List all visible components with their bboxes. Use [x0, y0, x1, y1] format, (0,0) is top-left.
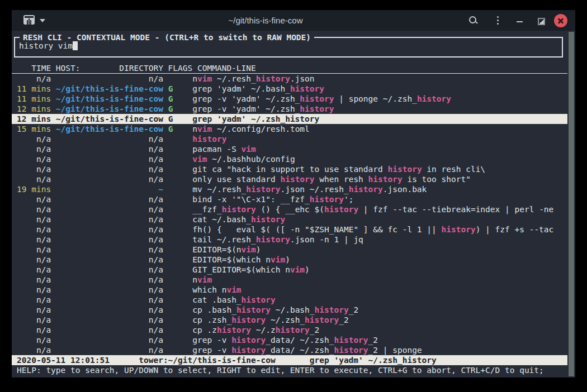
history-row[interactable]: n/a n/a tail ~/.resh_history.json -n 1 |…: [12, 235, 567, 245]
history-row[interactable]: n/a n/a which nvim: [12, 285, 567, 295]
history-row[interactable]: n/a n/a cp .zsh_history ~/.zsh_history_2: [12, 315, 567, 325]
history-row[interactable]: n/a n/a vim ~/.bashhub/config: [12, 154, 567, 164]
history-row[interactable]: n/a n/a grep -v history_data/ ~/.zsh_his…: [12, 335, 567, 345]
minimize-icon[interactable]: [514, 15, 526, 27]
close-icon[interactable]: [554, 14, 567, 27]
history-row[interactable]: n/a n/a EDITOR=$(which nvim): [12, 255, 567, 265]
table-header: TIME HOST: DIRECTORY FLAGS COMMAND-LINE: [12, 63, 567, 74]
history-row[interactable]: 11 mins ~/git/this-is-fine-cow G grep -v…: [12, 94, 567, 104]
history-row[interactable]: 19 mins ~ mv ~/.resh_history.json ~/.res…: [12, 184, 567, 194]
restore-icon[interactable]: [535, 15, 547, 27]
history-row[interactable]: 15 mins ~/git/this-is-fine-cow G nvim ~/…: [12, 124, 567, 134]
history-row[interactable]: n/a n/a pacman -S vim: [12, 144, 567, 154]
history-row[interactable]: n/a n/a cat ~/.bash_history: [12, 214, 567, 224]
terminal-window: ~/git/this-is-fine-cow RESH CLI - CONTEX…: [12, 10, 575, 377]
history-row[interactable]: n/a n/a GIT_EDITOR=$(which nvim): [12, 265, 567, 275]
titlebar: ~/git/this-is-fine-cow: [12, 10, 575, 31]
search-input[interactable]: history vim: [19, 41, 78, 51]
text-cursor: [73, 41, 78, 50]
history-row-selected[interactable]: 12 mins ~/git/this-is-fine-cow G grep 'y…: [12, 114, 567, 124]
scrollbar[interactable]: [569, 32, 574, 376]
history-row[interactable]: 11 mins ~/git/this-is-fine-cow G grep 'y…: [12, 84, 567, 94]
help-bar: HELP: type to search, UP/DOWN to select,…: [12, 365, 567, 375]
menu-kebab-icon[interactable]: [491, 15, 504, 27]
window-title: ~/git/this-is-fine-cow: [79, 10, 452, 31]
history-row[interactable]: n/a n/a nvim: [12, 275, 567, 285]
history-row[interactable]: n/a n/a cp .zhistory ~/.zhistory_2: [12, 325, 567, 335]
history-table-rows: n/a n/a nvim ~/.resh_history.json11 mins…: [12, 74, 567, 355]
history-row[interactable]: n/a n/a EDITOR=$(nvim): [12, 245, 567, 255]
history-row[interactable]: n/a n/a grep -v history_data/ ~/.zsh_his…: [12, 345, 567, 355]
history-row[interactable]: n/a n/a fh() { eval $( ([ -n "$ZSH_NAME"…: [12, 224, 567, 235]
new-tab-icon[interactable]: [23, 15, 35, 25]
history-row[interactable]: n/a n/a history: [12, 134, 567, 144]
history-row[interactable]: n/a n/a cat .bash_history: [12, 295, 567, 305]
history-row[interactable]: n/a n/a git ca "hack in support to use s…: [12, 164, 567, 174]
search-query: history vim: [19, 41, 73, 50]
terminal-content: RESH CLI - CONTEXTUAL MODE - (CTRL+R to …: [12, 31, 575, 377]
history-row[interactable]: n/a n/a cp .bash_history ~/.bash_history…: [12, 305, 567, 315]
history-row[interactable]: 12 mins ~/git/this-is-fine-cow G grep -v…: [12, 104, 567, 114]
status-bar: 2020-05-11 12:01:51 tower:~/git/this-is-…: [12, 355, 567, 365]
history-row[interactable]: n/a n/a only use standard history when r…: [12, 174, 567, 184]
search-icon[interactable]: [467, 15, 480, 27]
tab-switcher-caret-icon[interactable]: [40, 19, 45, 22]
history-table: TIME HOST: DIRECTORY FLAGS COMMAND-LINE …: [12, 63, 567, 375]
history-row[interactable]: n/a n/a bind -x '"\C-x1": __fzf_history'…: [12, 194, 567, 204]
resh-search-box: RESH CLI - CONTEXTUAL MODE - (CTRL+R to …: [14, 37, 563, 58]
history-row[interactable]: n/a n/a __fzf_history () { __ehc $(histo…: [12, 204, 567, 214]
history-row[interactable]: n/a n/a nvim ~/.resh_history.json: [12, 74, 567, 84]
